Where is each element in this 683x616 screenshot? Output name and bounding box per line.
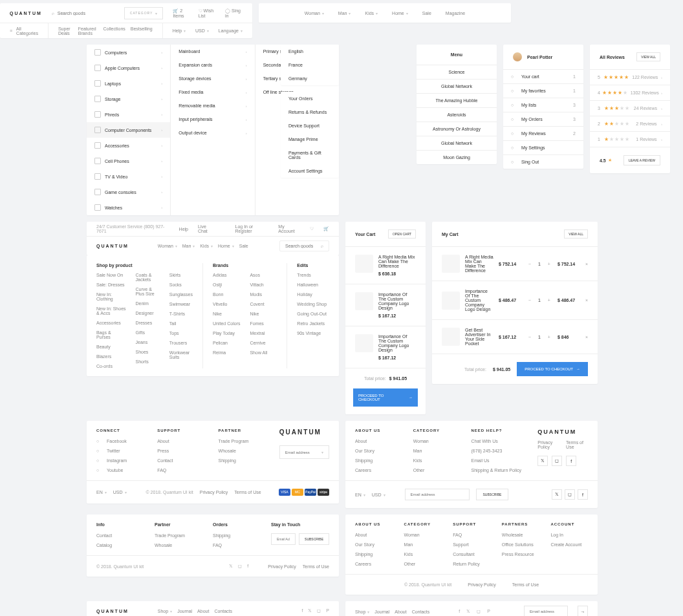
user-menu-item[interactable]: ○My Reviews2 — [503, 126, 583, 140]
nav-item[interactable]: Asos — [250, 273, 267, 277]
nav-item[interactable]: Sale: Dresses — [96, 282, 126, 287]
nav-item[interactable]: Wholesale — [502, 533, 539, 537]
pinterest-icon[interactable]: P — [487, 609, 490, 614]
checkout-button[interactable]: PROCEED TO CHECKOUT→ — [353, 388, 418, 407]
nav-item[interactable]: Contact — [96, 533, 135, 538]
nav-item[interactable]: Support — [453, 542, 490, 547]
terms-link[interactable]: Terms of Use — [566, 440, 588, 449]
mega-item[interactable]: Apple Computers› — [87, 60, 170, 76]
mega-item[interactable]: Output device› — [171, 126, 254, 140]
nav-item[interactable]: Careers — [355, 468, 397, 473]
mega-item[interactable]: Removable media› — [171, 99, 254, 112]
nav-item[interactable]: Accessories — [96, 321, 126, 325]
nav-item[interactable]: Show All — [250, 350, 267, 355]
nav-item[interactable]: FAQ — [453, 533, 490, 537]
facebook-icon[interactable]: f — [247, 564, 248, 569]
checkout-button[interactable]: PROCEED TO CHECKOUT→ — [517, 362, 588, 376]
nav-item[interactable]: Tops — [169, 331, 193, 335]
nav-item[interactable]: Adidas — [213, 273, 240, 277]
nav-item[interactable]: Create Account — [550, 542, 588, 547]
nav-item[interactable]: Wedding Shop — [297, 302, 329, 306]
nav-item[interactable]: Collections — [103, 27, 125, 36]
nav-item[interactable]: Jeans — [136, 340, 160, 345]
review-row[interactable]: 3★★★★★24 Reviews› — [590, 100, 670, 116]
review-row[interactable]: 2★★★★★2 Reviews› — [590, 116, 670, 131]
cart-icon[interactable]: 🛒 — [323, 226, 329, 231]
nav-item[interactable]: Vittach — [250, 282, 267, 287]
nav-item[interactable]: Home ▾ — [218, 244, 234, 248]
user-menu-item[interactable]: ○My lists3 — [503, 98, 583, 112]
nav-item[interactable]: Other — [404, 562, 442, 566]
nav-item[interactable]: Going Out-Out — [297, 312, 329, 316]
nav-item[interactable]: Email Us — [472, 458, 522, 463]
email-input[interactable] — [411, 493, 464, 496]
remove-icon[interactable]: × — [585, 262, 588, 266]
nav-item[interactable]: Kids ▾ — [200, 244, 213, 248]
nav-item[interactable]: Shorts — [136, 359, 160, 364]
mega-item[interactable]: Laptops› — [87, 76, 170, 91]
nav-item[interactable]: Bags & Purses — [96, 330, 126, 339]
nav-item[interactable]: Gifts — [136, 330, 160, 335]
search-icon[interactable]: ⌕ — [321, 244, 323, 248]
nav-item[interactable]: Trade Program — [219, 439, 260, 443]
nav-item[interactable]: Beauty — [96, 345, 126, 349]
email-input[interactable] — [285, 451, 318, 454]
social-link[interactable]: ○Instagram — [96, 458, 138, 463]
nav-item[interactable]: Woman ▾ — [158, 244, 177, 248]
nav-item[interactable]: Catalog — [96, 543, 135, 547]
help-link[interactable]: Help▾ — [173, 28, 186, 33]
mega-item[interactable]: Mainboard› — [171, 45, 254, 58]
qty-minus[interactable]: − — [526, 335, 533, 339]
lang-dropdown[interactable]: EN▾ — [355, 493, 365, 497]
facebook-icon[interactable]: f — [301, 608, 303, 613]
mega-item[interactable]: Computers› — [87, 45, 170, 60]
nav-item[interactable]: Chat With Us — [472, 439, 522, 443]
remove-icon[interactable]: × — [585, 335, 588, 339]
qty-minus[interactable]: − — [526, 298, 533, 303]
mega-item[interactable]: Watches› — [87, 200, 170, 215]
nav-item[interactable]: Man — [413, 449, 455, 453]
instagram-icon[interactable]: ◻ — [477, 609, 481, 614]
nav-item[interactable]: FAQ — [157, 468, 199, 473]
nav-item[interactable]: About — [355, 439, 397, 443]
nav-item[interactable]: Skirts — [169, 273, 193, 277]
instagram-icon[interactable]: ◻ — [552, 456, 562, 466]
account-item[interactable]: Returns & Refunds — [281, 105, 339, 119]
topic-item[interactable]: Science — [417, 65, 497, 79]
account-item[interactable]: Your Orders — [281, 92, 339, 105]
top-nav-item[interactable]: Sale — [422, 11, 431, 16]
remove-icon[interactable]: × — [585, 298, 588, 303]
top-nav-item[interactable]: Woman ▾ — [305, 11, 324, 16]
mega-item[interactable]: Storage devices› — [171, 72, 254, 85]
nav-item[interactable]: Nike — [250, 312, 267, 316]
instagram-icon[interactable]: ◻ — [317, 608, 321, 613]
view-all-button[interactable]: VIEW ALL — [564, 229, 588, 239]
nav-item[interactable]: Log In — [550, 533, 588, 537]
nav-item[interactable]: Nike — [213, 312, 240, 316]
currency-dropdown[interactable]: USD▾ — [372, 493, 385, 497]
nav-item[interactable]: Shoes — [136, 350, 160, 354]
nav-item[interactable]: United Colors — [213, 321, 240, 326]
signin-link[interactable]: ◯ Sing in — [225, 8, 243, 18]
account-item[interactable]: Payments & Gift Cards — [281, 146, 339, 164]
nav-item[interactable]: Return Policy — [453, 562, 490, 566]
nav-item[interactable]: Shop ▾ — [355, 610, 369, 614]
nav-item[interactable]: Woman — [404, 533, 442, 537]
nav-item[interactable]: Super Deals — [58, 27, 73, 36]
top-nav-item[interactable]: Home ▾ — [392, 11, 408, 16]
subscribe-button[interactable]: SUBSCRIBE — [476, 489, 509, 500]
nav-item[interactable]: Contact — [157, 458, 199, 463]
top-nav-item[interactable]: Kids ▾ — [365, 11, 378, 16]
search-input[interactable] — [58, 11, 114, 16]
nav-item[interactable]: Ostji — [213, 282, 240, 287]
topic-item[interactable]: The Amazing Hubble — [417, 93, 497, 107]
nav-item[interactable]: About — [395, 610, 406, 614]
nav-item[interactable]: Shipping & Return Policy — [472, 468, 522, 473]
nav-item[interactable]: About — [355, 533, 393, 537]
nav-item[interactable]: Workwear Suits — [169, 350, 193, 359]
qty-plus[interactable]: + — [546, 298, 552, 303]
nav-item[interactable]: Sunglasses — [169, 292, 193, 297]
nav-item[interactable]: Bonn — [213, 292, 240, 297]
mega-item[interactable]: Game consoles› — [87, 184, 170, 200]
nav-item[interactable]: Trends — [297, 273, 329, 277]
